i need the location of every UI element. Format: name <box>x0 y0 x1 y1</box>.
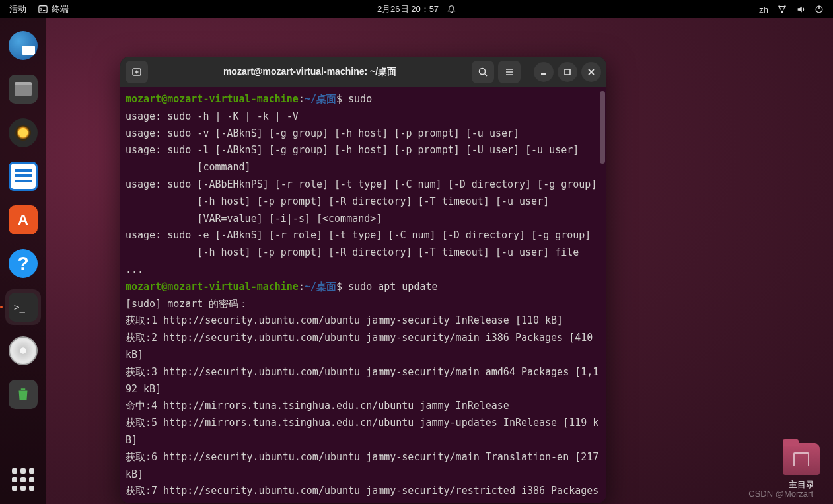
dock-ubuntu-software[interactable] <box>5 202 41 238</box>
dock-libreoffice-writer[interactable] <box>5 159 41 194</box>
scrollbar-thumb[interactable] <box>600 91 605 164</box>
apt-line: 命中:4 http://mirrors.tuna.tsinghua.edu.cn… <box>126 398 601 415</box>
search-icon <box>478 67 488 77</box>
speaker-icon <box>9 118 38 147</box>
desktop-home-folder[interactable]: 主目录 <box>783 443 820 491</box>
svg-rect-0 <box>39 6 47 13</box>
dock-help[interactable]: ? <box>5 246 41 281</box>
output-line: [-h host] [-p prompt] [-R directory] [-T… <box>126 244 601 279</box>
close-icon <box>586 67 597 77</box>
writer-icon <box>9 162 38 191</box>
svg-point-12 <box>480 69 486 75</box>
minimize-button[interactable] <box>534 62 554 82</box>
terminal-app-icon: >_ <box>9 293 38 322</box>
watermark: CSDN @Morzart <box>748 489 813 499</box>
svg-rect-18 <box>565 69 570 75</box>
trash-icon <box>9 380 38 409</box>
maximize-button[interactable] <box>558 62 577 82</box>
sudo-password-prompt: [sudo] mozart 的密码： <box>126 296 601 313</box>
activities-button[interactable]: 活动 <box>9 3 26 15</box>
prompt-line-2: mozart@mozart-virtual-machine:~/桌面$ sudo… <box>126 279 601 296</box>
home-folder-icon <box>783 443 820 475</box>
svg-line-13 <box>485 74 488 77</box>
svg-point-8 <box>22 397 24 399</box>
terminal-title: mozart@mozart-virtual-machine: ~/桌面 <box>152 66 468 78</box>
volume-icon[interactable] <box>796 5 805 14</box>
output-line: [command] <box>126 159 601 176</box>
terminal-body[interactable]: mozart@mozart-virtual-machine:~/桌面$ sudo… <box>120 87 606 503</box>
disk-icon <box>9 336 38 365</box>
output-line: usage: sudo -l [-ABknS] [-g group] [-h h… <box>126 142 601 159</box>
dock: ? >_ <box>0 18 46 504</box>
power-icon[interactable] <box>815 5 824 14</box>
network-icon[interactable] <box>778 5 787 14</box>
dock-rhythmbox[interactable] <box>5 115 41 151</box>
help-icon: ? <box>9 249 38 278</box>
new-tab-button[interactable] <box>126 61 148 83</box>
dock-terminal[interactable]: >_ <box>5 289 41 325</box>
current-app-indicator[interactable]: 终端 <box>38 3 69 15</box>
current-app-label: 终端 <box>52 3 69 15</box>
software-icon <box>9 205 38 234</box>
output-line: usage: sudo [-ABbEHknPS] [-r role] [-t t… <box>126 176 601 194</box>
input-method-indicator[interactable]: zh <box>759 5 768 15</box>
search-button[interactable] <box>472 61 494 83</box>
new-tab-icon <box>131 67 142 77</box>
apt-line: 获取:7 http://security.ubuntu.com/ubuntu j… <box>126 483 601 503</box>
minimize-icon <box>538 67 549 77</box>
hamburger-icon <box>504 67 515 77</box>
show-applications[interactable] <box>5 462 41 497</box>
output-line: usage: sudo -h | -K | -k | -V <box>126 108 601 126</box>
apt-line: 获取:2 http://security.ubuntu.com/ubuntu j… <box>126 330 601 364</box>
close-button[interactable] <box>581 62 601 82</box>
bell-icon[interactable] <box>447 5 456 14</box>
menu-button[interactable] <box>498 61 521 83</box>
output-line: [VAR=value] [-i|-s] [<command>] <box>126 211 601 228</box>
svg-point-6 <box>20 394 22 396</box>
apt-line: 获取:3 http://security.ubuntu.com/ubuntu j… <box>126 364 601 398</box>
files-icon <box>9 75 38 104</box>
apps-grid-icon <box>12 468 34 491</box>
output-line: usage: sudo -v [-ABknS] [-g group] [-h h… <box>126 126 601 143</box>
dock-trash[interactable] <box>5 377 41 412</box>
apt-line: 获取:6 http://security.ubuntu.com/ubuntu j… <box>126 449 601 484</box>
maximize-icon <box>562 67 573 77</box>
apt-line: 获取:1 http://security.ubuntu.com/ubuntu j… <box>126 312 601 330</box>
top-bar: 活动 终端 2月26日 20：57 zh <box>0 0 833 18</box>
dock-files[interactable] <box>5 71 41 107</box>
apt-line: 获取:5 http://mirrors.tuna.tsinghua.edu.cn… <box>126 415 601 449</box>
dock-thunderbird[interactable] <box>5 28 41 63</box>
prompt-line-1: mozart@mozart-virtual-machine:~/桌面$ sudo <box>126 91 601 108</box>
terminal-window: mozart@mozart-virtual-machine: ~/桌面 moza… <box>120 57 606 503</box>
dock-disk[interactable] <box>5 333 41 369</box>
terminal-header: mozart@mozart-virtual-machine: ~/桌面 <box>120 57 606 87</box>
thunderbird-icon <box>9 31 38 60</box>
output-line: usage: sudo -e [-ABknS] [-r role] [-t ty… <box>126 227 601 244</box>
terminal-icon <box>38 5 48 14</box>
output-line: [-h host] [-p prompt] [-R directory] [-T… <box>126 194 601 211</box>
svg-point-7 <box>24 394 26 396</box>
clock[interactable]: 2月26日 20：57 <box>377 3 439 15</box>
